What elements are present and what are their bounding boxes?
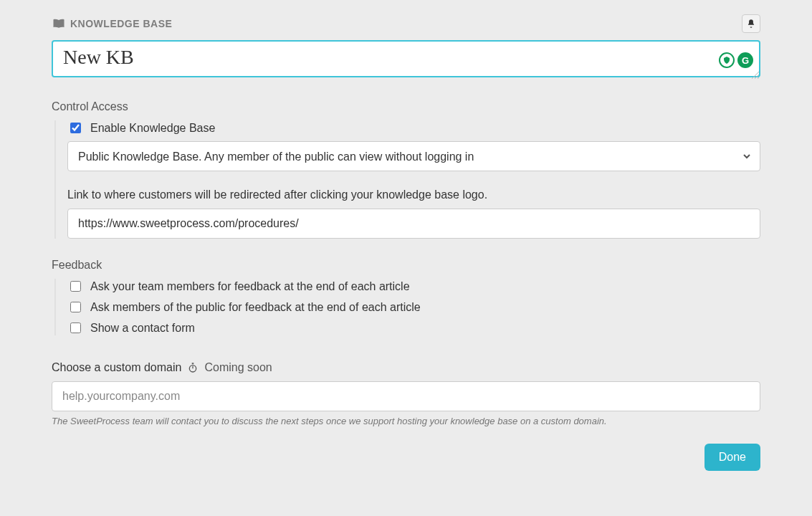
feedback-contact-row[interactable]: Show a contact form (67, 320, 760, 335)
grammarly-widget[interactable]: G (719, 52, 753, 68)
done-button[interactable]: Done (704, 444, 760, 471)
custom-domain-label: Choose a custom domain (52, 361, 181, 374)
feedback-public-label: Ask members of the public for feedback a… (90, 301, 421, 314)
control-access-body: Enable Knowledge Base Public Knowledge B… (54, 120, 760, 239)
book-open-icon (52, 16, 66, 31)
enable-kb-checkbox[interactable] (70, 123, 81, 133)
control-access-title: Control Access (52, 100, 760, 113)
bell-icon (746, 19, 756, 29)
page-container: KNOWLEDGE BASE G Control Access Enable K… (0, 0, 812, 516)
feedback-public-checkbox[interactable] (70, 302, 81, 312)
grammarly-shield-icon (719, 52, 735, 68)
kb-title-input[interactable] (52, 40, 760, 77)
visibility-select[interactable]: Public Knowledge Base. Any member of the… (67, 141, 760, 171)
feedback-team-row[interactable]: Ask your team members for feedback at th… (67, 279, 760, 294)
custom-domain-input[interactable] (52, 381, 760, 411)
feedback-team-label: Ask your team members for feedback at th… (90, 280, 410, 293)
header-left: KNOWLEDGE BASE (52, 16, 172, 31)
notifications-button[interactable] (742, 14, 760, 33)
feedback-public-row[interactable]: Ask members of the public for feedback a… (67, 300, 760, 315)
title-input-wrap: G (52, 40, 760, 80)
feedback-contact-label: Show a contact form (90, 322, 195, 335)
enable-kb-label: Enable Knowledge Base (90, 122, 215, 135)
header: KNOWLEDGE BASE (52, 14, 760, 33)
feedback-contact-checkbox[interactable] (70, 322, 81, 333)
custom-domain-note: The SweetProcess team will contact you t… (52, 416, 760, 426)
custom-domain-heading: Choose a custom domain Coming soon (52, 361, 760, 374)
redirect-label: Link to where customers will be redirect… (67, 188, 760, 201)
feedback-team-checkbox[interactable] (70, 281, 81, 292)
stopwatch-icon (187, 362, 199, 373)
feedback-title: Feedback (52, 259, 760, 272)
enable-kb-row[interactable]: Enable Knowledge Base (67, 120, 760, 135)
redirect-url-input[interactable] (67, 209, 760, 239)
feedback-body: Ask your team members for feedback at th… (54, 279, 760, 335)
footer: Done (52, 444, 760, 471)
control-access-section: Control Access Enable Knowledge Base Pub… (52, 100, 760, 239)
feedback-section: Feedback Ask your team members for feedb… (52, 259, 760, 335)
grammarly-g-icon: G (737, 52, 753, 68)
coming-soon-label: Coming soon (204, 361, 272, 374)
page-title: KNOWLEDGE BASE (70, 18, 172, 29)
